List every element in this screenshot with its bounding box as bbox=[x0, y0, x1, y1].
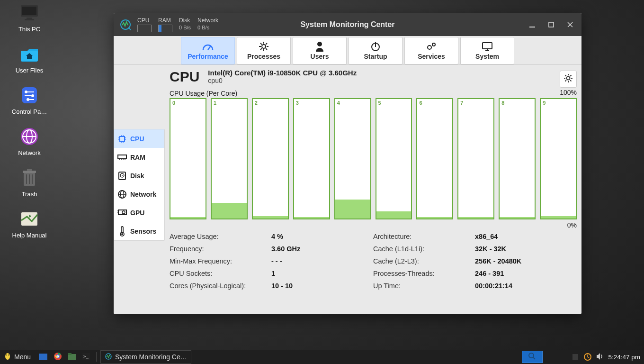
svg-line-37 bbox=[266, 43, 267, 45]
tab-system[interactable]: System bbox=[460, 37, 514, 64]
tab-performance[interactable]: Performance bbox=[181, 37, 235, 64]
taskbar: Menu >_ System Monitoring Ce… 5:24:47 pm bbox=[0, 350, 644, 364]
stat-value: 246 - 391 bbox=[475, 270, 577, 277]
svg-line-96 bbox=[533, 357, 535, 359]
svg-line-82 bbox=[565, 80, 566, 81]
stat-value: - - - bbox=[271, 257, 373, 265]
core-graph: 3 bbox=[293, 98, 330, 219]
cpu-stats-grid: Average Usage:4 %Architecture:x86_64Freq… bbox=[170, 233, 577, 290]
desktop-icons: This PC User Files Control Pa… Network T… bbox=[0, 3, 66, 250]
svg-point-95 bbox=[529, 353, 534, 358]
sidebar-item-gpu[interactable]: GPU bbox=[114, 203, 164, 222]
svg-point-84 bbox=[6, 355, 7, 355]
tab-services[interactable]: Services bbox=[404, 37, 458, 64]
meter-ram-bar bbox=[158, 25, 172, 32]
svg-rect-47 bbox=[120, 136, 125, 141]
svg-rect-56 bbox=[118, 155, 126, 159]
svg-rect-1 bbox=[22, 7, 36, 15]
sidebar-item-cpu[interactable]: CPU bbox=[114, 129, 164, 148]
svg-rect-97 bbox=[572, 354, 578, 360]
core-graph: 6 bbox=[416, 98, 453, 219]
meter-cpu-label: CPU bbox=[137, 17, 152, 24]
svg-line-29 bbox=[208, 46, 211, 50]
desktop-icon-label: Help Manual bbox=[12, 232, 47, 239]
sidebar-item-label: Disk bbox=[130, 172, 144, 180]
taskbar-chrome[interactable] bbox=[52, 351, 64, 363]
desktop-icon-help-manual[interactable]: Help Manual bbox=[0, 209, 59, 239]
taskbar-clock[interactable]: 5:24:47 pm bbox=[608, 354, 640, 361]
sidebar-item-disk[interactable]: Disk bbox=[114, 166, 164, 185]
taskbar-tray-monitor[interactable] bbox=[522, 351, 543, 363]
sidebar-item-sensors[interactable]: Sensors bbox=[114, 222, 164, 240]
svg-rect-25 bbox=[529, 27, 535, 27]
core-fill bbox=[253, 216, 288, 218]
desktop-icon-network[interactable]: Network bbox=[0, 127, 59, 156]
desktop-icon-this-pc[interactable]: This PC bbox=[0, 3, 59, 33]
tab-processes[interactable]: Processes bbox=[237, 37, 291, 64]
desktop-icon-trash[interactable]: Trash bbox=[0, 168, 59, 198]
thermometer-icon bbox=[117, 226, 127, 237]
globe-icon bbox=[19, 127, 40, 146]
desktop-icon-label: Network bbox=[18, 149, 41, 156]
core-graph: 7 bbox=[457, 98, 494, 219]
stat-label: Architecture: bbox=[373, 233, 475, 240]
sidebar-item-label: Sensors bbox=[130, 228, 156, 235]
stat-label: Cores (Physical-Logical): bbox=[170, 282, 271, 290]
core-number: 4 bbox=[337, 100, 340, 106]
app-icon bbox=[105, 353, 112, 362]
svg-rect-86 bbox=[39, 354, 47, 360]
stat-value: 256K - 20480K bbox=[475, 257, 577, 265]
svg-rect-91 bbox=[68, 353, 72, 355]
tab-label: Startup bbox=[364, 53, 387, 60]
core-fill bbox=[500, 217, 535, 218]
performance-sidebar: CPU RAM Disk Network GPU Sensors bbox=[114, 129, 165, 241]
sidebar-item-ram[interactable]: RAM bbox=[114, 148, 164, 166]
linux-icon bbox=[4, 352, 11, 362]
stat-value: x86_64 bbox=[475, 233, 577, 240]
taskbar-task-system-monitor[interactable]: System Monitoring Ce… bbox=[100, 350, 191, 364]
tab-startup[interactable]: Startup bbox=[349, 37, 402, 64]
taskbar-terminal[interactable]: >_ bbox=[80, 351, 92, 363]
cpu-core-id: cpu0 bbox=[208, 77, 357, 84]
titlebar[interactable]: CPU RAM Disk 0 B/s Network 0 B/s System … bbox=[114, 13, 581, 36]
svg-line-79 bbox=[565, 75, 566, 76]
start-menu-button[interactable]: Menu bbox=[0, 350, 35, 364]
desktop-icon-label: Control Pa… bbox=[12, 108, 47, 115]
main-tabs: Performance Processes Users Startup Serv… bbox=[114, 36, 581, 65]
core-number: 0 bbox=[172, 100, 175, 106]
disk-icon bbox=[117, 171, 127, 181]
volume-icon[interactable] bbox=[596, 353, 604, 362]
window-maximize-button[interactable] bbox=[543, 18, 560, 32]
sidebar-item-label: GPU bbox=[130, 209, 144, 217]
sidebar-item-network[interactable]: Network bbox=[114, 185, 164, 203]
core-number: 6 bbox=[419, 100, 422, 106]
stat-label: Average Usage: bbox=[170, 233, 271, 240]
core-number: 2 bbox=[255, 100, 258, 106]
gear-icon bbox=[259, 41, 269, 52]
stat-value: 4 % bbox=[271, 233, 373, 240]
window-minimize-button[interactable] bbox=[524, 18, 541, 32]
core-number: 7 bbox=[460, 100, 463, 106]
core-graph: 2 bbox=[252, 98, 289, 219]
settings-button[interactable] bbox=[560, 71, 577, 88]
taskbar-files[interactable] bbox=[66, 351, 78, 363]
taskbar-show-desktop[interactable] bbox=[36, 351, 50, 363]
scale-bottom: 0% bbox=[170, 221, 577, 229]
core-number: 1 bbox=[214, 100, 216, 106]
desktop-icon-control-panel[interactable]: Control Pa… bbox=[0, 85, 59, 115]
tab-label: Performance bbox=[188, 53, 228, 60]
tab-label: Processes bbox=[247, 53, 280, 60]
svg-rect-3 bbox=[25, 19, 34, 20]
terminal-icon: >_ bbox=[82, 353, 90, 362]
tab-label: System bbox=[475, 53, 499, 60]
sidebar-item-label: CPU bbox=[130, 135, 144, 143]
desktop-icon-user-files[interactable]: User Files bbox=[0, 44, 59, 74]
tab-users[interactable]: Users bbox=[293, 37, 347, 64]
svg-point-6 bbox=[25, 91, 27, 93]
svg-rect-26 bbox=[549, 22, 554, 27]
update-icon[interactable] bbox=[583, 353, 592, 361]
shield-icon[interactable] bbox=[571, 353, 580, 361]
window-close-button[interactable] bbox=[562, 18, 579, 32]
cpu-model: Intel(R) Core(TM) i9-10850K CPU @ 3.60GH… bbox=[208, 69, 357, 77]
core-graph: 0 bbox=[170, 98, 206, 219]
